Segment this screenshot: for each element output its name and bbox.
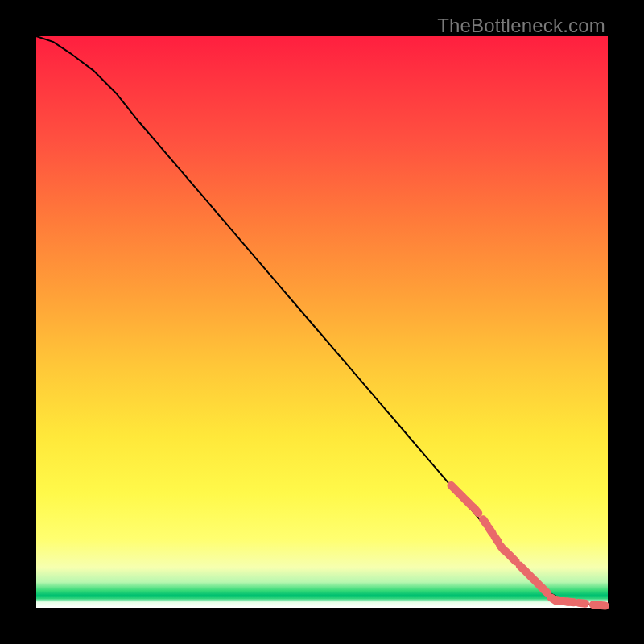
- bottleneck-curve: [36, 36, 608, 607]
- marker-group: [445, 480, 609, 610]
- watermark-text: TheBottleneck.com: [437, 14, 605, 37]
- chart-stage: TheBottleneck.com: [0, 0, 644, 644]
- curve-layer: [36, 36, 608, 608]
- data-marker: [575, 598, 590, 608]
- plot-area: [36, 36, 608, 608]
